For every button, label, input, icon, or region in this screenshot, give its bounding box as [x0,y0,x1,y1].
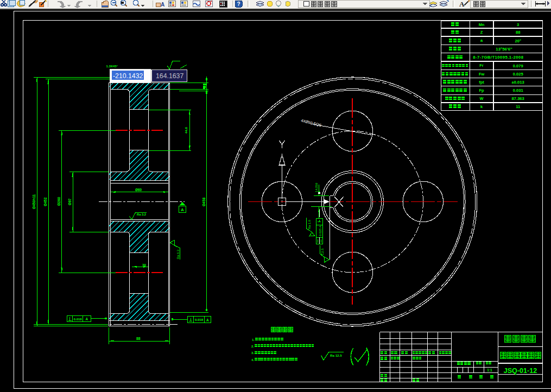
svg-text:13°56'6": 13°56'6" [496,47,512,52]
svg-text:0.018: 0.018 [195,318,204,321]
svg-text:20°: 20° [515,39,521,43]
svg-text:3.: 3. [251,351,254,355]
svg-text:Mn: Mn [479,22,485,27]
svg-text:A: A [161,2,164,8]
svg-text:88: 88 [516,30,520,35]
svg-text:3: 3 [517,22,519,27]
svg-text:0.018: 0.018 [74,318,83,321]
svg-text:44.6: 44.6 [184,127,188,134]
svg-text:Ø458: Ø458 [202,198,206,206]
svg-text:11: 11 [516,104,521,109]
svg-text:30: 30 [142,263,146,267]
svg-text:Ra 6.3: Ra 6.3 [176,250,180,259]
svg-text:1:1: 1:1 [487,368,492,372]
svg-text:Ø450h11: Ø450h11 [32,194,36,208]
svg-text:A: A [181,207,184,212]
svg-text:0.025 A: 0.025 A [319,225,322,236]
svg-text:1.3X45°: 1.3X45° [106,65,118,68]
svg-text:JSQ-01-12: JSQ-01-12 [504,367,537,375]
svg-text:88: 88 [136,337,141,340]
svg-text:Ø97: Ø97 [68,198,72,205]
svg-text:2.: 2. [251,345,254,348]
svg-text:A: A [85,317,88,321]
svg-text:0.025: 0.025 [513,72,524,77]
svg-text:C2.5: C2.5 [321,248,324,255]
svg-text:Fw: Fw [479,72,485,77]
svg-text:14JS9: 14JS9 [315,182,318,192]
svg-text:8-7-7GB/T10095.1-2008: 8-7-7GB/T10095.1-2008 [473,55,523,60]
svg-text:4.: 4. [251,358,254,362]
svg-text:Ra 1.6: Ra 1.6 [308,220,311,229]
svg-text:Z: Z [480,30,483,35]
svg-text:87.363: 87.363 [512,96,524,101]
svg-text:Fr: Fr [479,63,484,68]
svg-text:0.031: 0.031 [513,88,524,93]
svg-text:1.: 1. [252,338,255,342]
svg-text:Ra 12.5: Ra 12.5 [330,353,342,357]
svg-text:±0.013: ±0.013 [512,80,524,85]
svg-text:Ø260: Ø260 [57,197,61,206]
svg-text:0.079: 0.079 [513,64,523,68]
svg-text:W: W [480,96,484,101]
svg-text:-210.1432: -210.1432 [113,72,143,80]
svg-text:Ø60: Ø60 [135,188,142,192]
svg-text:164.1637: 164.1637 [156,72,183,80]
svg-text:A: A [206,318,209,322]
svg-text:fpt: fpt [479,80,484,85]
svg-text:Fp: Fp [479,88,485,93]
svg-text:?: ? [237,1,240,7]
svg-text:A: A [459,0,465,8]
svg-text:Ra 3.2: Ra 3.2 [137,213,146,216]
svg-text:Ø452: Ø452 [43,197,47,206]
